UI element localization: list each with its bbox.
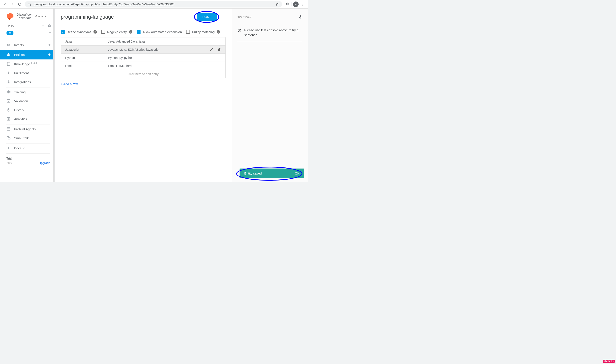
nav-validation[interactable]: Validation: [0, 96, 54, 105]
language-pill[interactable]: en: [6, 31, 13, 35]
label-define-synonyms: Define synonyms: [67, 30, 91, 34]
info-icon: [237, 28, 241, 32]
help-icon[interactable]: ?: [129, 30, 132, 34]
trial-tier: Free: [6, 161, 12, 165]
nav-integrations[interactable]: Integrations: [0, 78, 54, 86]
svg-rect-32: [239, 29, 239, 30]
extensions-icon[interactable]: [284, 1, 290, 7]
help-icon[interactable]: ?: [93, 30, 97, 34]
omnibox[interactable]: dialogflow.cloud.google.com/#/agent/mypr…: [25, 1, 282, 8]
svg-rect-27: [7, 128, 10, 128]
toast-message: Entity saved: [244, 171, 262, 175]
svg-rect-23: [8, 119, 8, 120]
add-entity-icon[interactable]: +: [48, 52, 51, 57]
more-menu-icon[interactable]: ⋮: [221, 14, 226, 19]
label-regexp: Regexp entity: [107, 30, 127, 34]
table-row[interactable]: Java Java, Advanced Java, java: [61, 38, 225, 46]
entity-options: Define synonyms ? Regexp entity ? Allow …: [55, 25, 232, 37]
edit-icon[interactable]: [210, 48, 213, 52]
agent-settings-gear-icon[interactable]: [47, 24, 51, 28]
back-icon[interactable]: [2, 1, 8, 7]
toast-ok-button[interactable]: OK: [295, 171, 300, 175]
nav-analytics[interactable]: Analytics: [0, 114, 54, 123]
toast-entity-saved: Entity saved OK: [239, 169, 304, 178]
add-language-icon[interactable]: +: [49, 30, 51, 35]
svg-rect-16: [9, 55, 10, 56]
reload-icon[interactable]: [17, 1, 23, 7]
nav-prebuilt-agents[interactable]: Prebuilt Agents: [0, 124, 54, 133]
url-text: dialogflow.cloud.google.com/#/agent/mypr…: [34, 2, 174, 6]
entity-title[interactable]: programming-language: [61, 14, 114, 20]
svg-rect-1: [28, 4, 29, 4]
microphone-icon[interactable]: [298, 15, 302, 19]
main-content: programming-language DONE ⋮ Define synon…: [55, 9, 232, 182]
dialogflow-logo-icon: [6, 13, 14, 20]
checkbox-auto-expand[interactable]: [137, 30, 141, 34]
svg-rect-12: [9, 44, 10, 45]
svg-point-19: [8, 81, 9, 83]
try-it-now-input[interactable]: Try it now: [237, 15, 251, 19]
try-hint: Please use test console above to try a s…: [237, 28, 302, 42]
nav-knowledge[interactable]: Knowledge [beta]: [0, 59, 54, 68]
table-row[interactable]: Html Html, HTML, html: [61, 62, 225, 70]
sidebar: Dialogflow Essentials Global Hello: [0, 9, 55, 182]
knowledge-icon: [6, 62, 11, 66]
region-selector[interactable]: Global: [35, 15, 46, 18]
svg-rect-13: [8, 53, 9, 54]
nav-training[interactable]: Training: [0, 88, 54, 96]
label-auto-expand: Allow automated expansion: [143, 30, 182, 34]
nav-docs[interactable]: Docs: [0, 143, 54, 153]
history-icon: [6, 108, 11, 112]
profile-avatar[interactable]: n: [293, 1, 299, 7]
svg-rect-18: [8, 63, 8, 66]
trial-section: Trial Free Upgrade: [0, 154, 54, 166]
upgrade-link[interactable]: Upgrade: [39, 161, 50, 165]
svg-rect-4: [30, 5, 31, 5]
fulfillment-icon: [6, 71, 11, 75]
product-name-1: Dialogflow: [17, 13, 31, 16]
svg-point-6: [303, 4, 303, 4]
checkbox-regexp[interactable]: [101, 30, 105, 34]
agent-name[interactable]: Hello: [6, 24, 14, 28]
svg-point-7: [303, 5, 303, 6]
product-header: Dialogflow Essentials Global: [0, 9, 54, 22]
forward-icon[interactable]: [9, 1, 15, 7]
agent-dropdown-icon[interactable]: [42, 25, 44, 27]
label-fuzzy: Fuzzy matching: [192, 30, 214, 34]
nav-small-talk[interactable]: Small Talk: [0, 133, 54, 143]
entity-table: Java Java, Advanced Java, java Javascrip…: [61, 37, 226, 78]
table-row-placeholder[interactable]: Click here to edit entry: [61, 70, 225, 78]
svg-rect-15: [8, 55, 9, 56]
nav-entities[interactable]: Entities +: [0, 50, 54, 59]
site-settings-icon[interactable]: [28, 2, 32, 6]
training-icon: [6, 90, 11, 94]
add-row-link[interactable]: + Add a row: [55, 78, 232, 90]
table-row[interactable]: Python Python, py, python: [61, 54, 225, 62]
try-it-now-panel: Try it now Please use test console above…: [232, 9, 308, 182]
integrations-icon: [6, 80, 11, 84]
svg-rect-31: [239, 30, 239, 31]
help-icon[interactable]: ?: [217, 30, 220, 34]
svg-point-5: [303, 3, 303, 3]
add-intent-icon[interactable]: +: [48, 43, 51, 48]
browser-toolbar: dialogflow.cloud.google.com/#/agent/mypr…: [0, 0, 308, 9]
svg-rect-10: [8, 44, 8, 45]
checkbox-define-synonyms[interactable]: [61, 30, 65, 34]
table-row[interactable]: Javascript Javascript, js, ECMAScript, j…: [61, 46, 225, 54]
svg-rect-14: [7, 55, 8, 56]
trial-label: Trial: [6, 156, 12, 161]
nav-fulfillment[interactable]: Fulfillment: [0, 68, 54, 78]
analytics-icon: [6, 117, 11, 121]
nav-history[interactable]: History: [0, 105, 54, 114]
svg-rect-25: [9, 118, 10, 120]
svg-point-2: [30, 3, 31, 4]
nav-intents[interactable]: Intents +: [0, 40, 54, 50]
chrome-menu-icon[interactable]: [300, 1, 306, 7]
entities-icon: [6, 52, 11, 57]
checkbox-fuzzy[interactable]: [186, 30, 190, 34]
done-button[interactable]: DONE: [197, 13, 217, 21]
bookmark-star-icon[interactable]: [275, 2, 279, 6]
sidebar-scrollbar[interactable]: [53, 9, 54, 182]
product-name-2: Essentials: [17, 16, 31, 20]
delete-icon[interactable]: [217, 48, 221, 52]
